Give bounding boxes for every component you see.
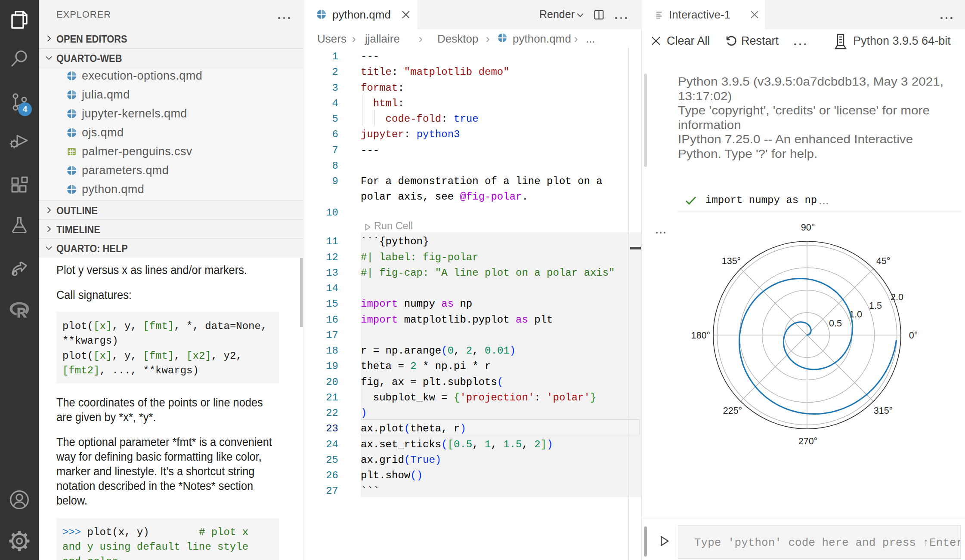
- svg-text:1.5: 1.5: [869, 301, 882, 311]
- svg-text:135°: 135°: [722, 256, 741, 266]
- svg-text:45°: 45°: [876, 256, 891, 266]
- svg-text:0.5: 0.5: [829, 318, 842, 329]
- svg-text:225°: 225°: [723, 406, 742, 416]
- svg-text:180°: 180°: [691, 330, 710, 341]
- svg-text:315°: 315°: [874, 406, 893, 416]
- svg-text:0°: 0°: [909, 330, 918, 341]
- svg-text:270°: 270°: [798, 436, 817, 446]
- svg-text:2.0: 2.0: [891, 292, 903, 302]
- svg-text:90°: 90°: [801, 222, 815, 233]
- svg-text:1.0: 1.0: [849, 309, 862, 320]
